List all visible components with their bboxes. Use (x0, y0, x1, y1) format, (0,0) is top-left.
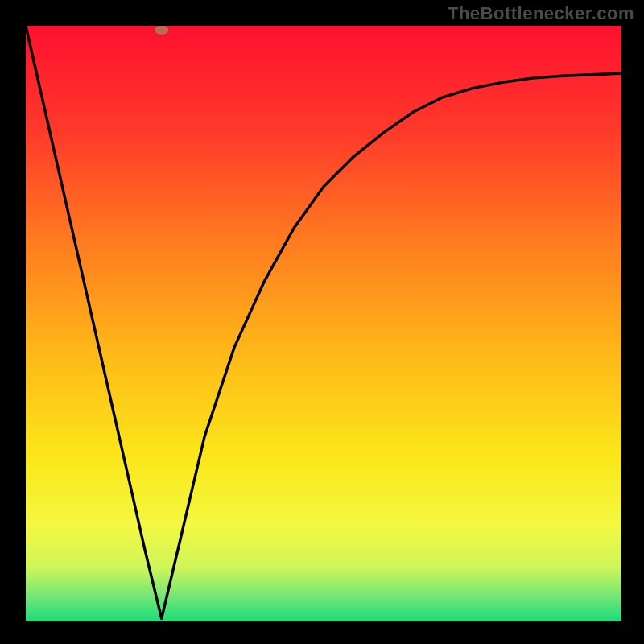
minimum-marker (155, 26, 169, 35)
plot-area (26, 26, 621, 621)
chart-frame: TheBottlenecker.com (0, 0, 644, 644)
plot-svg (26, 26, 621, 621)
gradient-background (26, 26, 621, 621)
attribution-text: TheBottlenecker.com (448, 3, 634, 24)
